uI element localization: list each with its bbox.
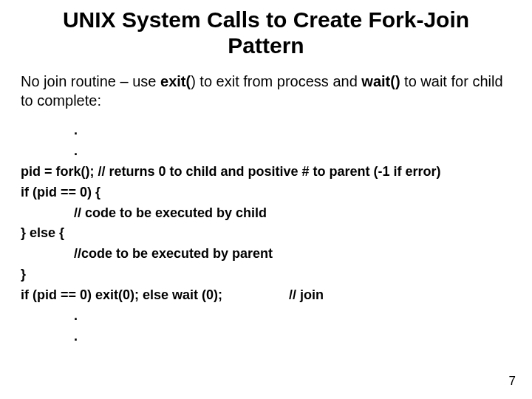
code-line: pid = fork(); // returns 0 to child and … bbox=[21, 162, 514, 183]
code-text: //code to be executed by parent bbox=[21, 244, 273, 265]
code-line: if (pid == 0) exit(0); else wait (0);// … bbox=[21, 285, 514, 306]
code-line: } bbox=[21, 265, 514, 285]
code-text: } bbox=[21, 267, 26, 282]
slide-title: UNIX System Calls to Create Fork-Join Pa… bbox=[18, 7, 514, 58]
code-text: . bbox=[21, 306, 78, 327]
intro-text-1: No join routine – use bbox=[21, 73, 160, 89]
code-line: . bbox=[21, 327, 514, 347]
page-number: 7 bbox=[509, 374, 516, 389]
code-text: . bbox=[21, 141, 78, 162]
code-line: . bbox=[21, 120, 514, 141]
wait-call: wait() bbox=[361, 73, 400, 89]
exit-call: exit( bbox=[160, 73, 191, 89]
code-comment: // join bbox=[289, 287, 324, 302]
code-text: if (pid == 0) { bbox=[21, 185, 100, 200]
code-line: . bbox=[21, 141, 514, 162]
code-text: // code to be executed by child bbox=[21, 203, 267, 224]
code-line: //code to be executed by parent bbox=[21, 244, 514, 265]
code-text: if (pid == 0) exit(0); else wait (0); bbox=[21, 287, 222, 302]
code-text: . bbox=[21, 120, 78, 141]
code-text: . bbox=[21, 327, 78, 347]
slide: UNIX System Calls to Create Fork-Join Pa… bbox=[0, 0, 532, 399]
code-text: } else { bbox=[21, 225, 64, 240]
code-line: if (pid == 0) { bbox=[21, 183, 514, 203]
code-line: . bbox=[21, 306, 514, 327]
code-line: // code to be executed by child bbox=[21, 203, 514, 224]
code-block: . . pid = fork(); // returns 0 to child … bbox=[21, 120, 514, 347]
code-line: } else { bbox=[21, 223, 514, 244]
intro-paragraph: No join routine – use exit() to exit fro… bbox=[21, 72, 514, 110]
code-text: pid = fork(); // returns 0 to child and … bbox=[21, 164, 441, 179]
intro-text-2: ) to exit from process and bbox=[191, 73, 361, 89]
